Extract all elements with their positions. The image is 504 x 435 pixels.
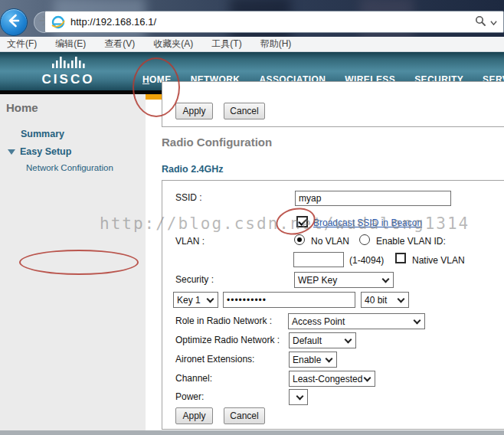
role-select[interactable]: Access Point	[288, 313, 425, 329]
menu-help[interactable]: 帮助(H)	[260, 38, 292, 51]
section-title: Radio 2.4GHz	[162, 164, 224, 175]
cisco-logo-text: CISCO	[34, 72, 103, 87]
cancel-button-bottom[interactable]: Cancel	[224, 407, 265, 424]
ssid-label: SSID :	[175, 192, 202, 203]
key-size-select[interactable]: 40 bit	[361, 292, 409, 308]
power-label: Power:	[175, 391, 204, 402]
no-vlan-label: No VLAN	[311, 236, 349, 247]
broadcast-ssid-link[interactable]: Broadcast SSID in Beacon	[313, 218, 422, 228]
native-vlan-checkbox[interactable]	[395, 253, 406, 263]
key-select[interactable]: Key 1	[173, 292, 218, 308]
browser-chrome: http://192.168.16.1/	[0, 0, 504, 37]
chevron-down-icon	[326, 355, 333, 362]
cancel-button-top[interactable]: Cancel	[224, 103, 265, 119]
chevron-down-icon	[364, 374, 371, 381]
optimize-select[interactable]: Default	[289, 332, 356, 348]
optimize-label: Optimize Radio Network :	[175, 335, 280, 345]
ssid-input[interactable]: myap	[295, 191, 451, 206]
native-vlan-label: Native VLAN	[412, 255, 465, 266]
no-vlan-radio[interactable]	[294, 234, 305, 245]
menu-favorites[interactable]: 收藏夹(A)	[153, 38, 193, 51]
aironet-select[interactable]: Enable	[289, 352, 337, 368]
page-title: Radio Configuration	[162, 136, 272, 149]
enable-vlan-radio[interactable]	[359, 234, 370, 245]
role-label: Role in Radio Network :	[175, 316, 272, 326]
url-text[interactable]: http://192.168.16.1/	[70, 16, 475, 28]
chevron-down-icon	[414, 316, 421, 324]
window-bottom-edge	[0, 430, 504, 435]
chevron-down-icon	[345, 335, 352, 343]
menu-file[interactable]: 文件(F)	[7, 38, 37, 51]
power-select[interactable]	[289, 389, 308, 405]
back-arrow-icon	[6, 13, 21, 31]
search-dropdown-icon[interactable]	[490, 15, 497, 29]
chevron-down-icon	[398, 295, 405, 303]
sidebar: Home Summary Easy Setup Network Configur…	[0, 94, 146, 431]
internet-explorer-icon	[51, 15, 65, 29]
vlan-label: VLAN :	[175, 236, 205, 247]
address-bar[interactable]: http://192.168.16.1/	[44, 11, 504, 33]
broadcast-ssid-checkbox[interactable]	[296, 216, 308, 227]
browser-menu-bar: 文件(F) 编辑(E) 查看(V) 收藏夹(A) 工具(T) 帮助(H)	[0, 37, 504, 52]
menu-edit[interactable]: 编辑(E)	[55, 38, 86, 51]
wep-key-password-input[interactable]: ••••••••••	[223, 292, 355, 308]
channel-select[interactable]: Least-Congested	[289, 371, 375, 387]
cisco-bridge-icon	[51, 57, 86, 70]
top-form-panel: Apply Cancel	[162, 81, 504, 127]
search-icon[interactable]	[475, 15, 486, 29]
security-select[interactable]: WEP Key	[294, 272, 394, 288]
chevron-down-icon	[207, 295, 214, 303]
radio-config-panel: SSID : myap Broadcast SSID in Beacon VLA…	[162, 180, 504, 430]
menu-tools[interactable]: 工具(T)	[211, 38, 241, 51]
security-label: Security :	[175, 274, 214, 285]
apply-button-top[interactable]: Apply	[175, 103, 213, 119]
chevron-down-icon	[382, 275, 390, 283]
enable-vlan-label: Enable VLAN ID:	[376, 236, 446, 247]
vlan-id-input[interactable]	[293, 252, 344, 267]
browser-window: http://192.168.16.1/ 文件(F) 编辑(E) 查看(V) 收…	[0, 0, 504, 435]
sidebar-item-network-configuration[interactable]: Network Configuration	[26, 163, 113, 172]
chevron-down-icon	[296, 392, 304, 400]
menu-view[interactable]: 查看(V)	[104, 38, 135, 51]
aironet-label: Aironet Extensions:	[175, 354, 254, 365]
sidebar-title: Home	[6, 101, 38, 114]
channel-label: Channel:	[175, 373, 212, 384]
apply-button-bottom[interactable]: Apply	[175, 407, 213, 424]
vlan-range-label: (1-4094)	[349, 255, 384, 266]
back-button[interactable]	[0, 8, 28, 36]
cisco-logo: CISCO	[34, 56, 103, 87]
easy-setup-expander-icon[interactable]	[8, 149, 15, 155]
sidebar-item-easy-setup[interactable]: Easy Setup	[20, 146, 71, 157]
sidebar-item-summary[interactable]: Summary	[21, 129, 64, 139]
